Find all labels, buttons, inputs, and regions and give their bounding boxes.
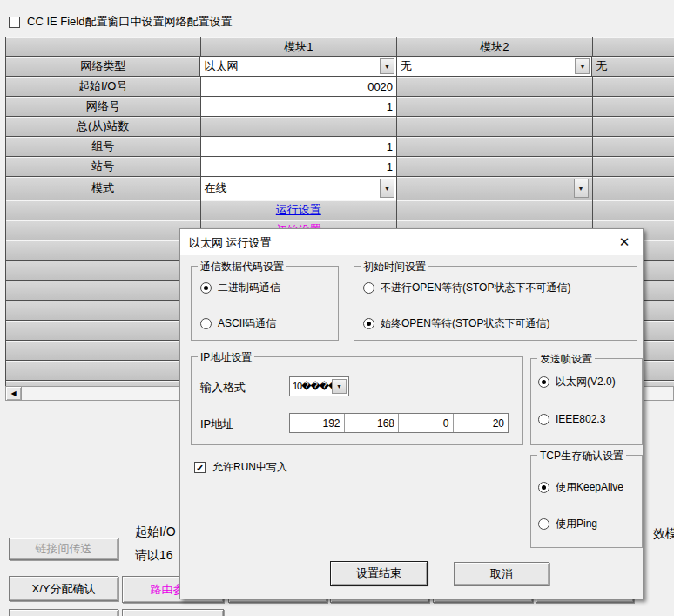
binary-code-radio[interactable]: 二进制码通信 — [200, 281, 280, 295]
chevron-down-icon[interactable]: ▼ — [380, 179, 394, 198]
row-mode: 模式 在线 ▼ ▼ — [6, 177, 674, 200]
ip-octet-2-input[interactable]: 168 — [345, 414, 400, 432]
ip-octet-1-input[interactable]: 192 — [290, 414, 345, 432]
cancel-button[interactable]: 取消 — [454, 562, 549, 586]
start-io-input[interactable]: 0020 — [201, 77, 398, 97]
empty-cell — [6, 301, 201, 321]
radio-icon[interactable] — [538, 376, 549, 388]
station-no-input[interactable]: 1 — [201, 157, 398, 177]
empty-cell — [6, 281, 201, 301]
empty-cell — [397, 117, 593, 137]
group-no-input[interactable]: 1 — [201, 137, 398, 157]
row-operation-setting: 运行设置 — [6, 200, 674, 220]
ping-radio[interactable]: 使用Ping — [538, 517, 597, 531]
radio-icon[interactable] — [363, 318, 374, 329]
no-open-wait-radio[interactable]: 不进行OPEN等待(STOP状态下不可通信) — [363, 281, 570, 295]
mode-m2-dropdown[interactable]: ▼ — [397, 177, 592, 200]
header-empty-cell — [6, 37, 201, 57]
network-type-m1-dropdown[interactable]: 以太网 ▼ — [200, 57, 397, 77]
operation-setting-link[interactable]: 运行设置 — [276, 202, 321, 218]
group-title: TCP生存确认设置 — [537, 449, 626, 464]
chevron-down-icon[interactable]: ▼ — [575, 58, 590, 74]
dialog-title: 以太网 运行设置 — [189, 235, 272, 251]
group-title: 初始时间设置 — [361, 260, 428, 274]
checkbox-box[interactable] — [9, 17, 20, 28]
row-label: 起始I/O号 — [6, 77, 201, 97]
row-start-io: 起始I/O号 0020 — [6, 77, 674, 97]
radio-icon[interactable] — [538, 482, 549, 493]
network-no-input[interactable]: 1 — [201, 97, 398, 117]
empty-cell — [397, 97, 592, 117]
initial-timing-group: 初始时间设置 不进行OPEN等待(STOP状态下不可通信) 始终OPEN等待(S… — [354, 266, 637, 341]
keepalive-radio[interactable]: 使用KeepAlive — [538, 480, 623, 495]
chevron-down-icon[interactable]: ▼ — [574, 179, 589, 198]
ethernet-operation-settings-dialog: 以太网 运行设置 ✕ 通信数据代码设置 二进制码通信 ASCII码通信 初始时间… — [179, 228, 644, 599]
enable-run-write-checkbox[interactable]: ✓ 允许RUN中写入 — [194, 460, 287, 475]
start-io-note: 起始I/O — [135, 525, 176, 540]
radio-label: 使用Ping — [556, 517, 597, 531]
empty-cell — [6, 220, 201, 240]
row-label: 总(从)站数 — [6, 117, 201, 137]
group-title: 发送帧设置 — [537, 352, 595, 367]
empty-cell — [593, 200, 674, 220]
empty-cell — [6, 341, 201, 361]
radio-icon[interactable] — [363, 282, 374, 294]
ip-octet-3-input[interactable]: 0 — [399, 414, 454, 432]
empty-cell — [6, 321, 201, 341]
chevron-down-icon[interactable]: ▼ — [332, 379, 347, 394]
radio-icon[interactable] — [200, 282, 212, 294]
empty-cell — [201, 117, 397, 137]
input-format-dropdown[interactable]: 10���� ▼ — [289, 376, 349, 396]
empty-cell — [593, 137, 674, 157]
link-transfer-button[interactable]: 链接间传送 — [9, 538, 118, 560]
ieee8023-radio[interactable]: IEEE802.3 — [538, 413, 605, 425]
hex-note: 请以16 — [135, 548, 173, 564]
empty-cell — [397, 157, 592, 177]
empty-cell — [397, 200, 593, 220]
dropdown-value: 在线 — [205, 180, 227, 196]
radio-label: ASCII码通信 — [218, 316, 276, 331]
empty-cell — [593, 157, 674, 177]
scroll-left-arrow-icon[interactable]: ◀ — [6, 387, 22, 400]
network-type-m3-cell: 无 — [592, 57, 674, 77]
empty-cell — [6, 261, 201, 281]
radio-icon[interactable] — [538, 518, 549, 530]
ip-address-label: IP地址 — [200, 416, 233, 432]
clipped-bottom-button[interactable] — [9, 609, 118, 616]
close-icon[interactable]: ✕ — [615, 233, 634, 252]
dropdown-value: 10���� — [293, 381, 337, 392]
empty-cell — [6, 240, 201, 261]
operation-setting-cell[interactable]: 运行设置 — [201, 200, 397, 220]
empty-cell — [6, 361, 201, 381]
send-frame-group: 发送帧设置 以太网(V2.0) IEEE802.3 — [530, 358, 643, 445]
cc-ie-field-config-checkbox[interactable]: CC IE Field配置窗口中设置网络配置设置 — [9, 14, 232, 30]
row-group-no: 组号 1 — [6, 137, 674, 157]
row-total-stations: 总(从)站数 — [6, 117, 674, 137]
empty-cell — [397, 77, 592, 97]
radio-label: 以太网(V2.0) — [556, 375, 616, 389]
clipped-right-text: 效模 — [653, 526, 674, 542]
clipped-bottom-button[interactable] — [122, 609, 224, 616]
ascii-code-radio[interactable]: ASCII码通信 — [200, 316, 276, 331]
ip-octet-4-input[interactable]: 20 — [454, 414, 509, 432]
xy-assignment-confirm-button[interactable]: X/Y分配确认 — [9, 576, 118, 601]
always-open-wait-radio[interactable]: 始终OPEN等待(STOP状态下可通信) — [363, 316, 549, 331]
ethernet-v2-radio[interactable]: 以太网(V2.0) — [538, 375, 616, 389]
radio-label: 二进制码通信 — [218, 281, 280, 295]
checkbox-box[interactable]: ✓ — [194, 462, 206, 473]
row-label: 组号 — [6, 137, 201, 157]
tcp-confirm-group: TCP生存确认设置 使用KeepAlive 使用Ping — [530, 455, 643, 548]
radio-icon[interactable] — [200, 318, 212, 329]
empty-cell — [6, 200, 201, 220]
mode-m1-dropdown[interactable]: 在线 ▼ — [201, 177, 398, 200]
settings-finish-button[interactable]: 设置结束 — [330, 561, 428, 586]
chevron-down-icon[interactable]: ▼ — [380, 58, 394, 74]
empty-cell — [593, 177, 674, 200]
dialog-titlebar[interactable]: 以太网 运行设置 ✕ — [180, 229, 643, 255]
network-type-m2-dropdown[interactable]: 无 ▼ — [397, 57, 593, 77]
row-station-no: 站号 1 — [6, 157, 674, 177]
header-module3 — [593, 37, 674, 57]
radio-icon[interactable] — [538, 414, 549, 425]
comm-code-group: 通信数据代码设置 二进制码通信 ASCII码通信 — [191, 266, 339, 341]
checkbox-label: 允许RUN中写入 — [212, 460, 287, 475]
